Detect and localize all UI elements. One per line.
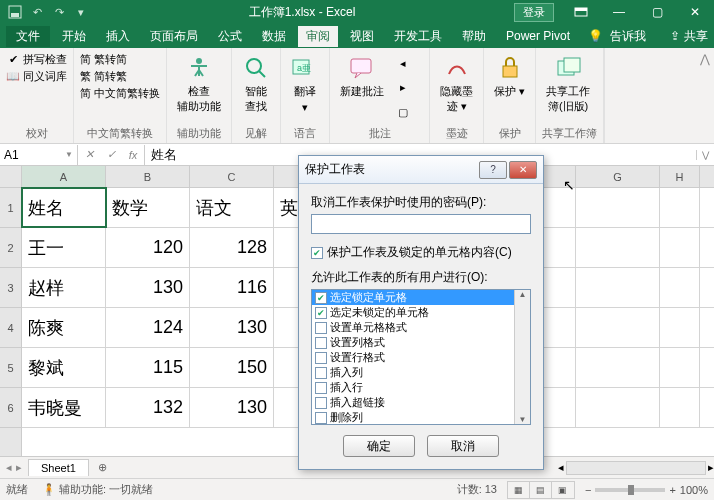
file-tab[interactable]: 文件 xyxy=(6,26,50,47)
next-comment-icon[interactable]: ▸ xyxy=(396,81,410,95)
hscroll-track[interactable] xyxy=(566,461,706,475)
close-button[interactable]: ✕ xyxy=(676,0,714,24)
normal-view-icon[interactable]: ▦ xyxy=(508,482,530,498)
tellme[interactable]: 💡告诉我 xyxy=(588,28,646,45)
cell[interactable]: 116 xyxy=(190,268,274,307)
cell[interactable] xyxy=(660,268,700,307)
permission-item[interactable]: 删除列 xyxy=(312,410,514,424)
tab-data[interactable]: 数据 xyxy=(254,26,294,47)
login-button[interactable]: 登录 xyxy=(514,3,554,22)
sc-to-tc-button[interactable]: 简 繁转简 xyxy=(80,52,160,67)
cell[interactable]: 数学 xyxy=(106,188,190,227)
tab-home[interactable]: 开始 xyxy=(54,26,94,47)
ok-button[interactable]: 确定 xyxy=(343,435,415,457)
save-icon[interactable] xyxy=(6,3,24,21)
sheet-tab[interactable]: Sheet1 xyxy=(28,459,89,476)
cell[interactable]: 陈爽 xyxy=(22,308,106,347)
zoom-slider[interactable] xyxy=(595,488,665,492)
show-comments-icon[interactable]: ▢ xyxy=(396,106,410,120)
page-break-icon[interactable]: ▣ xyxy=(552,482,574,498)
permission-item[interactable]: 设置单元格格式 xyxy=(312,320,514,335)
maximize-button[interactable]: ▢ xyxy=(638,0,676,24)
dialog-titlebar[interactable]: 保护工作表 ? ✕ xyxy=(299,156,543,184)
select-all-corner[interactable] xyxy=(0,166,21,188)
expand-formula-icon[interactable]: ⋁ xyxy=(696,150,714,160)
tab-help[interactable]: 帮助 xyxy=(454,26,494,47)
protect-contents-checkbox[interactable]: ✔ 保护工作表及锁定的单元格内容(C) xyxy=(311,244,531,261)
cancel-button[interactable]: 取消 xyxy=(427,435,499,457)
cell[interactable] xyxy=(576,348,660,387)
tab-layout[interactable]: 页面布局 xyxy=(142,26,206,47)
chevron-down-icon[interactable]: ▼ xyxy=(65,150,73,159)
row-header[interactable]: 5 xyxy=(0,348,21,388)
col-header[interactable]: C xyxy=(190,166,274,187)
permission-item[interactable]: ✔选定未锁定的单元格 xyxy=(312,305,514,320)
cell[interactable]: 语文 xyxy=(190,188,274,227)
col-header[interactable]: H xyxy=(660,166,700,187)
tab-nav-next-icon[interactable]: ▸ xyxy=(16,461,22,474)
name-box[interactable]: A1▼ xyxy=(0,145,78,165)
hscroll-left-icon[interactable]: ◂ xyxy=(558,461,564,474)
cell[interactable]: 124 xyxy=(106,308,190,347)
smart-lookup-button[interactable]: 智能 查找 xyxy=(238,52,274,124)
dialog-help-button[interactable]: ? xyxy=(479,161,507,179)
translate-button[interactable]: a亜 翻译▾ xyxy=(287,52,323,124)
page-layout-icon[interactable]: ▤ xyxy=(530,482,552,498)
accept-formula-icon[interactable]: ✓ xyxy=(100,145,122,165)
row-header[interactable]: 3 xyxy=(0,268,21,308)
protect-button[interactable]: 保护 ▾ xyxy=(490,52,529,124)
tab-insert[interactable]: 插入 xyxy=(98,26,138,47)
tab-formulas[interactable]: 公式 xyxy=(210,26,250,47)
cell[interactable]: 赵样 xyxy=(22,268,106,307)
cell[interactable]: 130 xyxy=(106,268,190,307)
permission-item[interactable]: 插入列 xyxy=(312,365,514,380)
row-header[interactable]: 2 xyxy=(0,228,21,268)
check-accessibility-button[interactable]: 检查 辅助功能 xyxy=(173,52,225,124)
tab-view[interactable]: 视图 xyxy=(342,26,382,47)
row-header[interactable]: 6 xyxy=(0,388,21,428)
add-sheet-button[interactable]: ⊕ xyxy=(89,460,116,475)
cell[interactable]: 130 xyxy=(190,308,274,347)
cell[interactable] xyxy=(660,388,700,427)
share-workbook-button[interactable]: 共享工作 簿(旧版) xyxy=(542,52,594,124)
share-button[interactable]: ⇪共享 xyxy=(670,28,708,45)
redo-icon[interactable]: ↷ xyxy=(50,3,68,21)
tab-nav-prev-icon[interactable]: ◂ xyxy=(6,461,12,474)
col-header[interactable]: G xyxy=(576,166,660,187)
col-header[interactable]: B xyxy=(106,166,190,187)
zoom-out-icon[interactable]: − xyxy=(585,484,591,496)
permission-item[interactable]: 插入超链接 xyxy=(312,395,514,410)
permission-item[interactable]: 插入行 xyxy=(312,380,514,395)
fx-icon[interactable]: fx xyxy=(122,145,144,165)
minimize-button[interactable]: — xyxy=(600,0,638,24)
prev-comment-icon[interactable]: ◂ xyxy=(396,56,410,70)
cell[interactable]: 130 xyxy=(190,388,274,427)
cell[interactable] xyxy=(576,228,660,267)
cell[interactable]: 韦晓曼 xyxy=(22,388,106,427)
cell[interactable]: 黎斌 xyxy=(22,348,106,387)
ribbon-options-icon[interactable] xyxy=(562,0,600,24)
hscroll-right-icon[interactable]: ▸ xyxy=(708,461,714,474)
cell[interactable] xyxy=(660,228,700,267)
zoom-in-icon[interactable]: + xyxy=(669,484,675,496)
tab-review[interactable]: 审阅 xyxy=(298,26,338,47)
tc-to-sc-button[interactable]: 繁 简转繁 xyxy=(80,69,160,84)
list-scrollbar[interactable]: ▲▼ xyxy=(514,290,530,424)
cell[interactable] xyxy=(660,308,700,347)
cell[interactable] xyxy=(576,388,660,427)
permission-item[interactable]: ✔选定锁定单元格 xyxy=(312,290,514,305)
cell[interactable]: 姓名 xyxy=(22,188,106,227)
cell[interactable] xyxy=(576,308,660,347)
thesaurus-button[interactable]: 📖同义词库 xyxy=(6,69,67,84)
cell[interactable] xyxy=(660,188,700,227)
permission-item[interactable]: 设置列格式 xyxy=(312,335,514,350)
cell[interactable] xyxy=(576,188,660,227)
tab-powerpivot[interactable]: Power Pivot xyxy=(498,27,578,45)
cell[interactable]: 115 xyxy=(106,348,190,387)
row-header[interactable]: 1 xyxy=(0,188,21,228)
col-header[interactable]: A xyxy=(22,166,106,187)
cell[interactable]: 120 xyxy=(106,228,190,267)
undo-icon[interactable]: ↶ xyxy=(28,3,46,21)
permission-item[interactable]: 设置行格式 xyxy=(312,350,514,365)
dialog-close-button[interactable]: ✕ xyxy=(509,161,537,179)
